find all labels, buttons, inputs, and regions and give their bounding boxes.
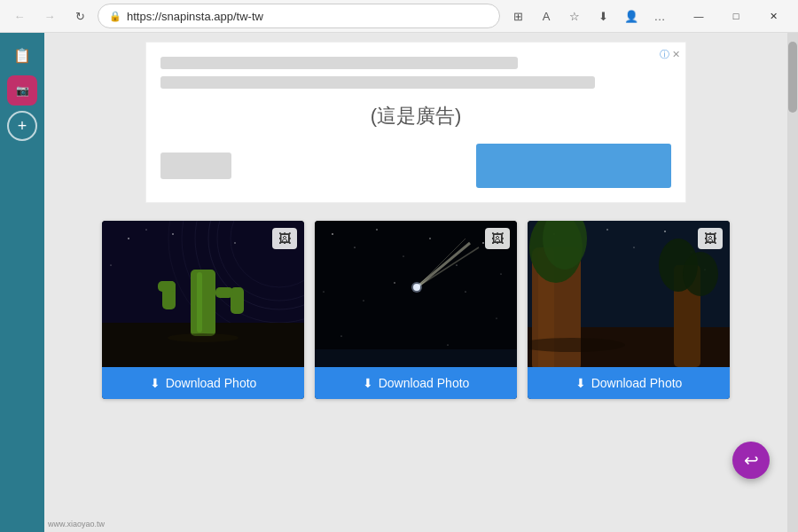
font-icon-button[interactable]: A xyxy=(534,4,559,28)
photo-badge-2: 🖼 xyxy=(485,228,510,249)
refresh-button[interactable]: ↻ xyxy=(67,4,92,28)
download-label-3: Download Photo xyxy=(591,376,683,390)
address-bar: 🔒 xyxy=(98,4,500,28)
download-photo-1-button[interactable]: ⬇ Download Photo xyxy=(102,367,304,399)
svg-point-47 xyxy=(633,246,634,247)
svg-point-33 xyxy=(497,318,497,319)
svg-point-24 xyxy=(403,256,404,257)
sidebar-add-button[interactable]: + xyxy=(7,111,37,141)
maximize-button[interactable]: □ xyxy=(718,4,754,28)
back-button[interactable]: ← xyxy=(7,4,32,28)
ad-bottom xyxy=(160,144,671,188)
ad-placeholder-2 xyxy=(160,76,595,89)
sidebar-clipboard-button[interactable]: 📋 xyxy=(7,40,37,70)
photo-grid: 🖼 ⬇ Download Photo xyxy=(44,212,787,426)
svg-point-21 xyxy=(332,233,333,235)
browser-chrome: ← → ↻ 🔒 ⊞ A ☆ ⬇ 👤 … — □ ✕ xyxy=(0,0,798,33)
svg-point-27 xyxy=(482,242,484,244)
svg-point-46 xyxy=(606,229,607,230)
minimize-button[interactable]: — xyxy=(681,4,716,28)
svg-point-29 xyxy=(323,291,324,292)
svg-point-36 xyxy=(447,344,448,345)
svg-point-32 xyxy=(465,291,466,292)
forward-button[interactable]: → xyxy=(37,4,62,28)
download-photo-3-button[interactable]: ⬇ Download Photo xyxy=(528,367,730,399)
photo-image-2: 🖼 xyxy=(315,221,517,367)
title-bar: ← → ↻ 🔒 ⊞ A ☆ ⬇ 👤 … — □ ✕ xyxy=(0,0,798,32)
page-area[interactable]: ⓘ ✕ (這是廣告) xyxy=(44,33,787,532)
ad-text: (這是廣告) xyxy=(160,103,671,129)
close-button[interactable]: ✕ xyxy=(755,4,791,28)
download-label-1: Download Photo xyxy=(166,376,257,390)
photo-card-1[interactable]: 🖼 ⬇ Download Photo xyxy=(102,221,304,399)
lock-icon: 🔒 xyxy=(109,11,121,22)
svg-point-26 xyxy=(456,264,457,265)
svg-rect-15 xyxy=(158,281,176,292)
sidebar-camera-button[interactable]: 📷 xyxy=(7,75,37,106)
photo-badge-1: 🖼 xyxy=(272,228,297,249)
ad-small-placeholder xyxy=(160,153,231,179)
svg-point-28 xyxy=(501,274,502,275)
photo-image-1: 🖼 xyxy=(102,221,304,367)
favorites-icon-button[interactable]: ☆ xyxy=(562,4,587,28)
svg-rect-42 xyxy=(315,349,517,367)
svg-point-8 xyxy=(145,229,146,230)
ad-blue-placeholder xyxy=(476,144,671,188)
svg-point-22 xyxy=(354,246,355,247)
download-icon-2: ⬇ xyxy=(363,376,373,390)
ad-container: ⓘ ✕ (這是廣告) xyxy=(145,42,686,203)
ad-label: ⓘ ✕ xyxy=(660,48,680,61)
svg-point-10 xyxy=(110,264,111,265)
svg-point-9 xyxy=(172,233,174,235)
download-label-2: Download Photo xyxy=(379,376,470,390)
svg-point-19 xyxy=(168,333,239,342)
window-controls: — □ ✕ xyxy=(681,4,791,28)
svg-point-25 xyxy=(429,238,430,239)
photo-card-3[interactable]: 🖼 ⬇ Download Photo xyxy=(528,221,730,399)
browser-body: 📋 📷 + ⓘ ✕ (這是廣告) xyxy=(0,33,798,532)
download-icon-1: ⬇ xyxy=(150,376,160,390)
ad-placeholder-1 xyxy=(160,57,518,69)
svg-rect-18 xyxy=(197,272,202,332)
svg-point-34 xyxy=(340,335,341,336)
svg-point-31 xyxy=(394,282,395,283)
svg-point-23 xyxy=(376,229,377,230)
svg-rect-17 xyxy=(215,287,233,298)
download-photo-2-button[interactable]: ⬇ Download Photo xyxy=(315,367,517,399)
ad-close-button[interactable]: ✕ xyxy=(672,49,680,60)
toolbar-icons: ⊞ A ☆ ⬇ 👤 … xyxy=(505,4,672,28)
svg-point-48 xyxy=(664,231,666,232)
profile-icon-button[interactable]: 👤 xyxy=(619,4,644,28)
watermark: www.xiaoyao.tw xyxy=(48,520,105,528)
photo-card-2[interactable]: 🖼 ⬇ Download Photo xyxy=(315,221,517,399)
scrollbar-thumb[interactable] xyxy=(788,42,797,113)
page-content: ⓘ ✕ (這是廣告) xyxy=(44,42,787,532)
svg-rect-13 xyxy=(191,270,215,336)
photo-badge-3: 🖼 xyxy=(698,228,723,249)
ad-info-icon: ⓘ xyxy=(660,48,669,61)
svg-point-60 xyxy=(683,252,718,296)
download-icon-button[interactable]: ⬇ xyxy=(591,4,615,28)
svg-point-30 xyxy=(364,301,364,301)
fab-button[interactable]: ↩ xyxy=(732,442,770,479)
download-icon-3: ⬇ xyxy=(575,376,586,390)
url-input[interactable] xyxy=(127,10,489,23)
svg-point-41 xyxy=(411,282,422,293)
svg-point-11 xyxy=(234,242,235,243)
more-icon-button[interactable]: … xyxy=(647,4,672,28)
sidebar: 📋 📷 + xyxy=(0,33,44,532)
photo-image-3: 🖼 xyxy=(528,221,730,367)
grid-icon-button[interactable]: ⊞ xyxy=(505,4,530,28)
scrollbar[interactable] xyxy=(787,33,798,532)
svg-point-7 xyxy=(128,238,129,239)
